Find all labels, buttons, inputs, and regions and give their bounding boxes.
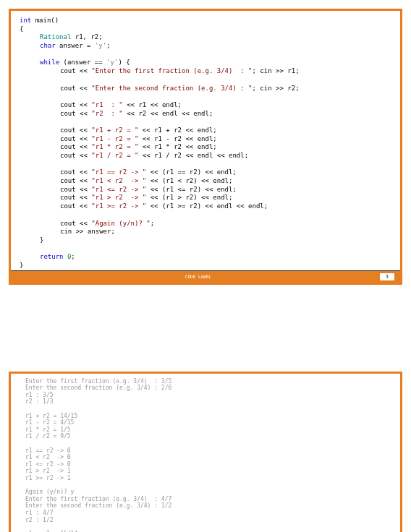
source-code-panel: int main(){Rational r1, r2;char answer =… xyxy=(9,9,402,285)
code-line: cout << "r1 / r2 = " << r1 / r2 << endl … xyxy=(20,152,391,160)
output-line xyxy=(25,523,386,531)
code-line: cout << "r1 >= r2 -> " << (r1 >= r2) << … xyxy=(20,202,391,211)
output-line: r1 == r2 -> 0 xyxy=(25,447,386,455)
output-panel: Enter the first fraction (e.g. 3/4) : 3/… xyxy=(9,372,402,532)
output-line: r1 <= r2 -> 0 xyxy=(25,461,386,468)
code-line: cin >> answer; xyxy=(20,228,391,236)
code-line: } xyxy=(20,236,391,245)
code-line: cout << "r1 : " << r1 << endl; xyxy=(20,101,391,110)
code-line: cout << "Again (y/n)? "; xyxy=(20,220,391,228)
code-line xyxy=(20,76,391,85)
output-line: Enter the second fraction (e.g. 3/4) : 1… xyxy=(25,502,386,510)
code-line: cout << "r1 == r2 -> " << (r1 == r2) << … xyxy=(20,168,391,177)
output-line: Enter the first fraction (e.g. 3/4) : 4/… xyxy=(25,496,386,503)
code-line xyxy=(20,160,391,169)
output-line: r1 * r2 = 1/5 xyxy=(25,426,386,434)
output-line: r1 > r2 -> 1 xyxy=(25,468,386,475)
code-line: return 0; xyxy=(20,253,391,262)
output-line: r1 : 4/7 xyxy=(25,510,386,517)
output-line: r1 / r2 = 9/5 xyxy=(25,433,386,440)
output-line: r2 : 1/2 xyxy=(25,517,386,524)
code-line: cout << "r1 < r2 -> " << (r1 < r2) << en… xyxy=(20,177,391,186)
code-line: cout << "r1 + r2 = " << r1 + r2 << endl; xyxy=(20,126,391,135)
code-line xyxy=(20,118,391,126)
code-line: } xyxy=(20,262,391,270)
panel-footer: CODE LABEL 3 xyxy=(11,270,400,283)
code-line xyxy=(20,93,391,101)
code-line xyxy=(20,51,391,59)
output-line: r1 >= r2 -> 1 xyxy=(25,475,386,482)
output-line: r1 : 3/5 xyxy=(25,392,386,399)
code-line: while (answer == 'y') { xyxy=(20,59,391,67)
code-line: cout << "r1 > r2 -> " << (r1 > r2) << en… xyxy=(20,194,391,202)
code-line: cout << "Enter the second fraction (e.g.… xyxy=(20,85,391,93)
output-line xyxy=(25,406,386,413)
output-line: r1 < r2 -> 0 xyxy=(25,454,386,461)
footer-center-label: CODE LABEL xyxy=(185,274,211,279)
output-line: r1 - r2 = 4/15 xyxy=(25,419,386,426)
output-line: Enter the first fraction (e.g. 3/4) : 3/… xyxy=(25,378,386,385)
output-line: r2 : 1/3 xyxy=(25,398,386,406)
output-line: Again (y/n)? y xyxy=(25,489,386,496)
output-line: r1 + r2 = 14/15 xyxy=(25,413,386,420)
code-line: cout << "r1 <= r2 -> " << (r1 <= r2) << … xyxy=(20,186,391,194)
output-line: Enter the second fraction (e.g. 3/4) : 2… xyxy=(25,385,386,392)
code-line: cout << "r1 - r2 = " << r1 - r2 << endl; xyxy=(20,135,391,144)
code-line: Rational r1, r2; xyxy=(20,33,391,42)
code-line: cout << "Enter the first fraction (e.g. … xyxy=(20,67,391,76)
code-line: cout << "r1 * r2 = " << r1 * r2 << endl; xyxy=(20,143,391,152)
code-line: int main() xyxy=(20,17,391,25)
code-line: char answer = 'y'; xyxy=(20,42,391,51)
code-line xyxy=(20,211,391,220)
output-content: Enter the first fraction (e.g. 3/4) : 3/… xyxy=(25,378,386,532)
code-line: { xyxy=(20,25,391,34)
code-line xyxy=(20,245,391,254)
page-number: 3 xyxy=(380,273,394,280)
output-line xyxy=(25,440,386,447)
code-line: cout << "r2 : " << r2 << endl << endl; xyxy=(20,110,391,119)
output-line xyxy=(25,482,386,489)
code-content: int main(){Rational r1, r2;char answer =… xyxy=(20,17,391,270)
